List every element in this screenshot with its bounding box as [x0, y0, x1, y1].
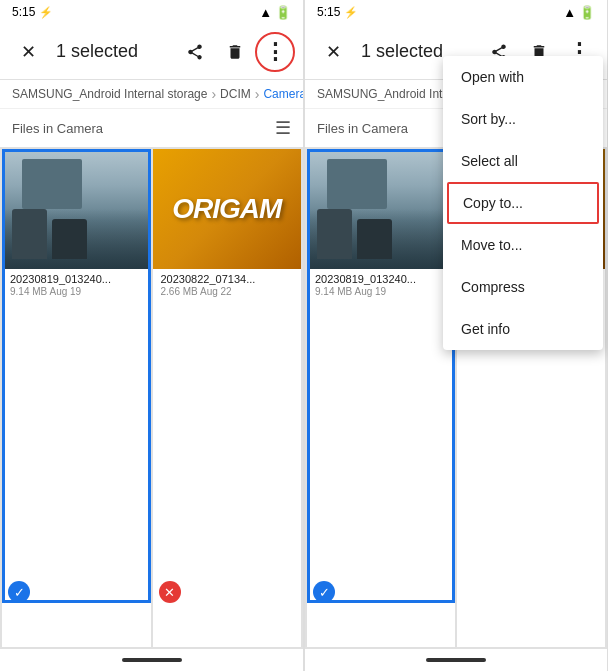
usb-icon: ⚡: [39, 6, 53, 19]
selection-overlay-right: [307, 149, 455, 603]
files-label-left: Files in Camera: [12, 121, 103, 136]
left-panel: 5:15 ⚡ ▲ 🔋 ✕ 1 selected ⋮ SAMSUNG_Androi…: [0, 0, 304, 671]
file-info-2-left: 20230822_07134... 2.66 MB Aug 22: [153, 269, 302, 303]
status-bar-left: 5:15 ⚡ ▲ 🔋: [0, 0, 303, 24]
status-icons-left: ▲ 🔋: [259, 5, 291, 20]
home-bar-right: [305, 649, 607, 671]
files-header-left: Files in Camera ☰: [0, 109, 303, 147]
breadcrumb-left: SAMSUNG_Android Internal storage › DCIM …: [0, 80, 303, 109]
selection-title-left: 1 selected: [56, 41, 175, 62]
menu-item-move-to[interactable]: Move to...: [443, 224, 603, 266]
menu-item-copy-to[interactable]: Copy to...: [447, 182, 599, 224]
selection-overlay-left: [2, 149, 151, 603]
context-menu: Open with Sort by... Select all Copy to.…: [443, 56, 603, 350]
home-bar-left: [0, 649, 303, 671]
file-item-1-left[interactable]: ✓ 20230819_013240... 9.14 MB Aug 19: [2, 149, 151, 647]
grid-icon-left[interactable]: ☰: [275, 117, 291, 139]
menu-item-open-with[interactable]: Open with: [443, 56, 603, 98]
delete-button-left[interactable]: [215, 32, 255, 72]
home-indicator-right: [426, 658, 486, 662]
home-indicator-left: [122, 658, 182, 662]
app-bar-left: ✕ 1 selected ⋮: [0, 24, 303, 80]
close-button-left[interactable]: ✕: [8, 32, 48, 72]
check-badge-left: ✓: [8, 581, 30, 603]
menu-item-select-all[interactable]: Select all: [443, 140, 603, 182]
menu-item-get-info[interactable]: Get info: [443, 308, 603, 350]
error-badge-left: ✕: [159, 581, 181, 603]
more-button-left[interactable]: ⋮: [255, 32, 295, 72]
time-left: 5:15: [12, 5, 35, 19]
close-button-right[interactable]: ✕: [313, 32, 353, 72]
share-button-left[interactable]: [175, 32, 215, 72]
file-item-2-left[interactable]: ORIGAM ✕ 20230822_07134... 2.66 MB Aug 2…: [153, 149, 302, 647]
file-meta-2-left: 2.66 MB Aug 22: [161, 286, 294, 297]
check-badge-right: ✓: [313, 581, 335, 603]
battery-icon-right: 🔋: [579, 5, 595, 20]
wifi-icon-right: ▲: [563, 5, 576, 20]
files-label-right: Files in Camera: [317, 121, 408, 136]
menu-item-sort-by[interactable]: Sort by...: [443, 98, 603, 140]
usb-icon-right: ⚡: [344, 6, 358, 19]
right-panel: 5:15 ⚡ ▲ 🔋 ✕ 1 selected ⋮ SAMSUNG_Androi…: [305, 0, 608, 671]
status-icons-right: ▲ 🔋: [563, 5, 595, 20]
thumbnail-origami-left: ORIGAM: [153, 149, 302, 269]
menu-item-compress[interactable]: Compress: [443, 266, 603, 308]
time-right: 5:15: [317, 5, 340, 19]
wifi-icon-left: ▲: [259, 5, 272, 20]
file-item-1-right[interactable]: ✓ 20230819_013240... 9.14 MB Aug 19: [307, 149, 455, 647]
status-bar-right: 5:15 ⚡ ▲ 🔋: [305, 0, 607, 24]
files-grid-left: ✓ 20230819_013240... 9.14 MB Aug 19 ORIG…: [0, 147, 303, 649]
battery-icon-left: 🔋: [275, 5, 291, 20]
file-name-2-left: 20230822_07134...: [161, 273, 294, 285]
